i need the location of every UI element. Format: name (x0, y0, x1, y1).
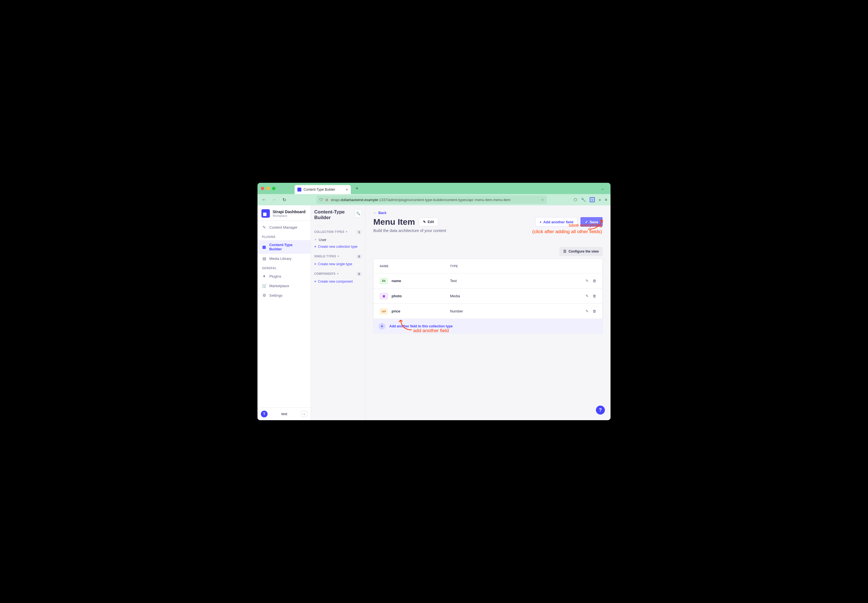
field-type-badge: 123 (380, 308, 388, 314)
search-icon: 🔍 (356, 212, 360, 215)
sidebar-item-media-library[interactable]: ▤ Media Library (257, 254, 311, 263)
sidebar-item-content-manager[interactable]: ✎ Content Manager (257, 223, 311, 232)
user-name: test (270, 412, 298, 416)
url-text: strapi.dollarbackend.example:1337/admin/… (331, 198, 510, 202)
new-tab-button[interactable]: + (353, 184, 361, 192)
plus-circle-icon: + (379, 323, 385, 329)
field-name: price (392, 309, 400, 313)
lock-broken-icon: ⊘ (325, 198, 328, 202)
field-type-badge: Ab (380, 278, 388, 284)
sidebar-item-settings[interactable]: ⚙ Settings (257, 291, 311, 300)
cart-icon: 🛒 (262, 283, 267, 288)
pocket-icon[interactable]: ⬡ (574, 198, 577, 202)
save-button[interactable]: ✓Save (580, 217, 603, 227)
image-icon: ▤ (262, 256, 267, 261)
brand-block[interactable]: Strapi Dashboard Workplace (257, 205, 311, 221)
edit-field-icon[interactable]: ✎ (586, 309, 589, 313)
edit-field-icon[interactable]: ✎ (586, 279, 589, 283)
close-tab-icon[interactable]: × (346, 187, 348, 192)
layout-icon: ▦ (262, 245, 267, 249)
group-collection-types: COLLECTION TYPES▼ 1 User +Create new col… (314, 230, 362, 250)
sidebar-item-content-type-builder[interactable]: ▦ Content-Type Builder (257, 240, 311, 254)
configure-view-button[interactable]: ☰Configure the view (560, 247, 603, 256)
sidebar-section-plugins: PLUGINS (257, 232, 311, 240)
caret-down-icon: ▼ (337, 272, 339, 275)
group-single-types: SINGLE TYPES▼ 0 +Create new single type (314, 255, 362, 267)
search-button[interactable]: 🔍 (355, 209, 362, 218)
delete-field-icon[interactable]: 🗑 (592, 279, 596, 283)
shield-icon: 🛡 (319, 198, 323, 202)
check-icon: ✓ (585, 220, 588, 224)
caret-down-icon: ▼ (345, 230, 348, 233)
table-row: 123priceNumber✎🗑 (373, 303, 602, 319)
add-another-field-button[interactable]: +Add another field (535, 217, 577, 227)
window-traffic-lights (261, 187, 276, 190)
table-row: AbnameText✎🗑 (373, 273, 602, 288)
url-toolbar: ← → ↻ 🛡 ⊘ strapi.dollarbackend.example:1… (257, 194, 611, 205)
sidebar-footer: T test ‹ (257, 407, 311, 420)
delete-field-icon[interactable]: 🗑 (592, 309, 596, 313)
sidebar-item-label: Media Library (269, 257, 291, 261)
sub-sidebar: Content-Type Builder 🔍 COLLECTION TYPES▼… (311, 205, 365, 420)
group-components: COMPONENTS▼ 0 +Create new component (314, 272, 362, 285)
reload-button[interactable]: ↻ (281, 197, 287, 203)
field-name: photo (392, 294, 402, 298)
caret-down-icon: ▼ (337, 255, 339, 258)
back-link[interactable]: ←Back (373, 211, 603, 215)
sidebar-item-plugins[interactable]: ✦ Plugins (257, 271, 311, 281)
field-name: name (392, 279, 401, 283)
group-header[interactable]: SINGLE TYPES▼ 0 (314, 255, 362, 258)
tabs-overflow-icon[interactable]: ⌄ (598, 186, 607, 191)
extension-icon[interactable]: U (590, 197, 595, 202)
field-type-badge: ▣ (380, 293, 388, 299)
sidebar-item-label: Marketplace (269, 284, 289, 288)
nav-back-button[interactable]: ← (261, 197, 267, 202)
puzzle-icon: ✦ (262, 274, 267, 278)
titlebar: Content-Type Builder × + ⌄ (257, 183, 611, 194)
add-field-row[interactable]: + Add another field to this collection t… (373, 319, 603, 334)
field-type: Text (450, 279, 577, 283)
plus-icon: + (314, 262, 316, 266)
page-subtitle: Build the data architecture of your cont… (373, 228, 603, 233)
browser-tab[interactable]: Content-Type Builder × (294, 185, 351, 194)
collapse-sidebar-button[interactable]: ‹ (301, 411, 307, 417)
create-component-button[interactable]: +Create new component (314, 278, 362, 285)
field-type: Media (450, 294, 577, 298)
sidebar-item-label: Content-Type Builder (269, 243, 306, 251)
address-bar[interactable]: 🛡 ⊘ strapi.dollarbackend.example:1337/ad… (316, 195, 547, 204)
sidebar-item-label: Content Manager (269, 225, 298, 229)
create-single-type-button[interactable]: +Create new single type (314, 261, 362, 267)
bookmark-star-icon[interactable]: ☆ (541, 198, 544, 202)
edit-button[interactable]: ✎Edit (419, 217, 438, 226)
tab-favicon-icon (298, 188, 301, 192)
sidebar-item-marketplace[interactable]: 🛒 Marketplace (257, 281, 311, 291)
maximize-window-icon[interactable] (272, 187, 276, 190)
group-count-badge: 0 (356, 255, 362, 258)
brand-subtitle: Workplace (273, 214, 305, 217)
edit-field-icon[interactable]: ✎ (586, 294, 589, 298)
hamburger-menu-icon[interactable]: ≡ (605, 198, 607, 202)
table-header: NAME TYPE (373, 259, 602, 273)
create-collection-type-button[interactable]: +Create new collection type (314, 243, 362, 250)
delete-field-icon[interactable]: 🗑 (592, 294, 596, 298)
sidebar-section-general: GENERAL (257, 263, 311, 271)
fields-table: NAME TYPE AbnameText✎🗑▣photoMedia✎🗑123pr… (373, 259, 603, 319)
page-title: Menu Item (373, 217, 415, 227)
devtools-icon[interactable]: 🔧 (581, 198, 586, 202)
group-header[interactable]: COMPONENTS▼ 0 (314, 272, 362, 276)
help-fab[interactable]: ? (596, 405, 605, 414)
sidebar-item-label: Plugins (269, 274, 281, 278)
th-type: TYPE (450, 264, 577, 268)
group-header[interactable]: COLLECTION TYPES▼ 1 (314, 230, 362, 234)
close-window-icon[interactable] (261, 187, 264, 190)
nav-forward-button[interactable]: → (271, 197, 277, 202)
user-avatar[interactable]: T (261, 411, 268, 417)
collection-item-user[interactable]: User (314, 236, 362, 243)
sidebar-item-label: Settings (269, 293, 282, 298)
brand-title: Strapi Dashboard (273, 210, 305, 214)
minimize-window-icon[interactable] (267, 187, 270, 190)
question-icon: ? (599, 408, 602, 413)
overflow-icon[interactable]: » (599, 198, 601, 202)
browser-window: Content-Type Builder × + ⌄ ← → ↻ 🛡 ⊘ str… (257, 183, 611, 420)
table-row: ▣photoMedia✎🗑 (373, 288, 602, 303)
